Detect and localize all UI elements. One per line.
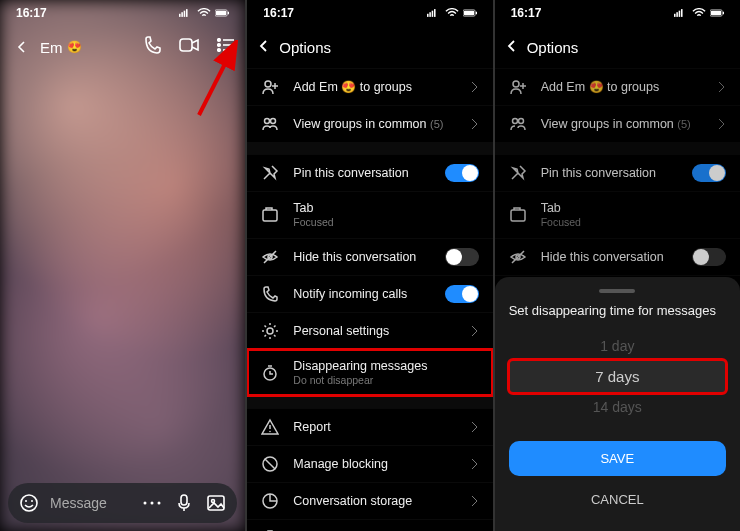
status-bar: 16:17 [495,0,740,26]
signal-icon [427,8,441,18]
screen-chat: 16:17 Em 😍 [0,0,245,531]
svg-rect-44 [674,14,676,17]
add-user-icon [509,78,527,96]
row-view-groups: View groups in common (5) [495,105,740,142]
signal-icon [179,8,193,18]
row-tab[interactable]: Tab Focused [247,191,492,238]
svg-rect-1 [182,12,184,17]
toggle-pin[interactable] [445,164,479,182]
row-hide[interactable]: Hide this conversation [247,238,492,275]
svg-rect-45 [676,12,678,17]
row-label: Pin this conversation [541,165,678,181]
ellipsis-icon [142,499,162,507]
svg-rect-6 [216,11,226,15]
status-time: 16:17 [16,6,47,20]
sticker-button[interactable] [18,494,40,512]
svg-rect-5 [228,12,229,15]
row-notify[interactable]: Notify incoming calls [247,275,492,312]
picker-option-selected[interactable]: 7 days [509,360,726,393]
row-label: Notify incoming calls [293,286,430,302]
row-personal[interactable]: Personal settings [247,312,492,349]
row-view-groups[interactable]: View groups in common (5) [247,105,492,142]
picker-option[interactable]: 1 day [509,332,726,360]
duration-picker[interactable]: 1 day 7 days 14 days [509,324,726,435]
chevron-left-icon [257,39,271,53]
back-button[interactable] [505,39,519,56]
svg-line-14 [199,48,233,115]
svg-rect-2 [184,11,186,17]
row-label: View groups in common (5) [541,116,704,132]
chat-title[interactable]: Em 😍 [34,39,143,56]
svg-rect-26 [431,11,433,17]
timer-icon [261,364,279,382]
row-disappearing[interactable]: Disappearing messages Do not disappear [247,349,492,396]
svg-point-31 [265,81,271,87]
block-icon [261,455,279,473]
divider [247,396,492,408]
svg-point-52 [512,119,517,124]
more-button[interactable] [141,499,163,507]
toggle-hide[interactable] [445,248,479,266]
row-pin[interactable]: Pin this conversation [247,154,492,191]
status-time: 16:17 [263,6,294,20]
sheet-title: Set disappearing time for messages [509,303,726,318]
row-label: Manage blocking [293,456,456,472]
row-pin: Pin this conversation [495,154,740,191]
message-input[interactable]: Message [50,495,131,511]
svg-point-51 [513,81,519,87]
eye-off-icon [261,248,279,266]
row-storage[interactable]: Conversation storage [247,482,492,519]
battery-icon [710,8,724,18]
wifi-icon [692,8,706,18]
toggle-notify[interactable] [445,285,479,303]
voice-button[interactable] [173,494,195,512]
status-bar: 16:17 [247,0,492,26]
save-button[interactable]: SAVE [509,441,726,476]
svg-point-17 [31,500,33,502]
svg-rect-46 [679,11,681,17]
row-manage-blocking[interactable]: Manage blocking [247,445,492,482]
row-label: View groups in common (5) [293,116,456,132]
svg-rect-22 [208,496,224,510]
svg-line-42 [265,458,276,469]
svg-rect-50 [711,11,721,15]
chevron-left-icon [15,40,29,54]
svg-rect-21 [181,495,187,505]
picture-icon [207,495,225,511]
svg-point-20 [158,502,161,505]
svg-line-56 [512,251,524,263]
row-report[interactable]: Report [247,408,492,445]
svg-rect-3 [186,9,188,17]
message-bar: Message [8,483,237,523]
row-label: Add Em 😍 to groups [541,79,704,96]
row-delete[interactable]: Delete chat history [247,519,492,531]
wifi-icon [445,8,459,18]
smile-icon [20,494,38,512]
chevron-right-icon [471,324,479,338]
phone-icon [143,36,161,54]
svg-rect-24 [427,14,429,17]
image-button[interactable] [205,495,227,511]
chevron-right-icon [471,420,479,434]
signal-icon [674,8,688,18]
svg-point-53 [518,119,523,124]
row-add-to-groups[interactable]: Add Em 😍 to groups [247,68,492,105]
back-button[interactable] [10,40,34,54]
heart-emoji-icon: 😍 [589,80,604,94]
status-icons [674,8,724,18]
timing-sheet: Set disappearing time for messages 1 day… [495,277,740,531]
row-label: Conversation storage [293,493,456,509]
svg-point-16 [25,500,27,502]
sheet-grabber[interactable] [599,289,635,293]
svg-line-36 [264,251,276,263]
eye-off-icon [509,248,527,266]
svg-point-19 [151,502,154,505]
row-tab: Tab Focused [495,191,740,238]
cancel-button[interactable]: CANCEL [509,482,726,517]
picker-option[interactable]: 14 days [509,393,726,421]
back-button[interactable] [257,39,271,56]
row-label: Tab Focused [293,200,478,230]
row-label: Disappearing messages Do not disappear [293,358,478,388]
call-button[interactable] [143,36,161,58]
status-icons [427,8,477,18]
